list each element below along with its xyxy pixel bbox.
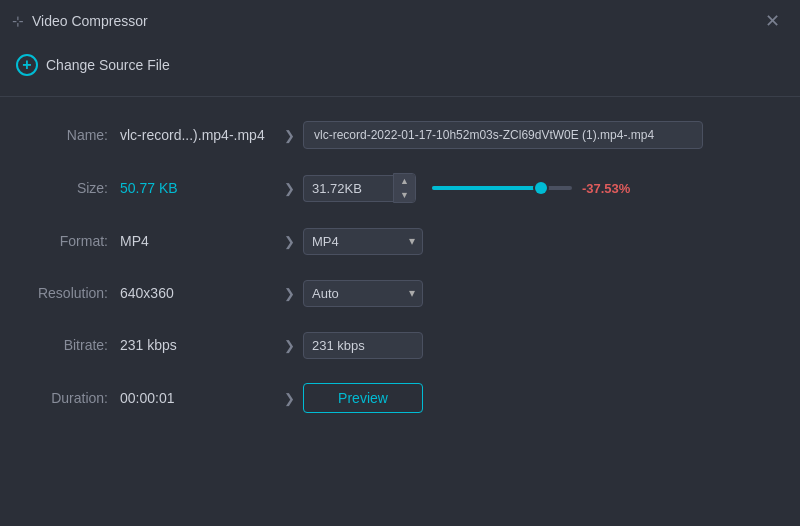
resolution-arrow-button[interactable]: ❯ <box>275 279 303 307</box>
change-source-button[interactable]: + Change Source File <box>16 50 170 80</box>
size-input-wrap: ▲ ▼ <box>303 173 416 203</box>
name-arrow-button[interactable]: ❯ <box>275 121 303 149</box>
name-label: Name: <box>30 127 120 143</box>
size-input[interactable] <box>303 175 393 202</box>
size-spinner: ▲ ▼ <box>393 173 416 203</box>
size-arrow-button[interactable]: ❯ <box>275 174 303 202</box>
format-select-wrap: MP4 MOV AVI MKV WMV <box>303 228 423 255</box>
bitrate-source-value: 231 kbps <box>120 337 275 353</box>
resolution-label: Resolution: <box>30 285 120 301</box>
name-row: Name: vlc-record...).mp4-.mp4 ❯ vlc-reco… <box>30 121 770 149</box>
name-target-container: vlc-record-2022-01-17-10h52m03s-ZCl69dVt… <box>303 121 770 149</box>
duration-label: Duration: <box>30 390 120 406</box>
resolution-source-value: 640x360 <box>120 285 275 301</box>
title-bar: ⊹ Video Compressor ✕ <box>0 0 800 40</box>
bitrate-arrow-button[interactable]: ❯ <box>275 331 303 359</box>
preview-button[interactable]: Preview <box>303 383 423 413</box>
format-label: Format: <box>30 233 120 249</box>
format-arrow-button[interactable]: ❯ <box>275 227 303 255</box>
name-target-value: vlc-record-2022-01-17-10h52m03s-ZCl69dVt… <box>303 121 703 149</box>
size-percentage: -37.53% <box>582 181 630 196</box>
resolution-row: Resolution: 640x360 ❯ Auto 1920x1080 128… <box>30 279 770 307</box>
duration-row: Duration: 00:00:01 ❯ Preview <box>30 383 770 413</box>
resolution-select-wrap: Auto 1920x1080 1280x720 640x360 320x240 <box>303 280 423 307</box>
size-increment-button[interactable]: ▲ <box>394 174 415 188</box>
title-bar-left: ⊹ Video Compressor <box>12 13 148 29</box>
size-slider-wrap: -37.53% <box>432 181 630 196</box>
size-slider-track <box>432 186 572 190</box>
bitrate-label: Bitrate: <box>30 337 120 353</box>
close-button[interactable]: ✕ <box>761 10 784 32</box>
size-source-value: 50.77 KB <box>120 180 275 196</box>
content-area: Name: vlc-record...).mp4-.mp4 ❯ vlc-reco… <box>0 97 800 461</box>
size-row: Size: 50.77 KB ❯ ▲ ▼ -37.53% <box>30 173 770 203</box>
app-title: Video Compressor <box>32 13 148 29</box>
toolbar: + Change Source File <box>0 40 800 97</box>
format-source-value: MP4 <box>120 233 275 249</box>
drag-icon: ⊹ <box>12 13 24 29</box>
bitrate-input[interactable] <box>303 332 423 359</box>
duration-arrow-button[interactable]: ❯ <box>275 384 303 412</box>
duration-source-value: 00:00:01 <box>120 390 275 406</box>
change-source-label: Change Source File <box>46 57 170 73</box>
size-decrement-button[interactable]: ▼ <box>394 188 415 202</box>
resolution-select[interactable]: Auto 1920x1080 1280x720 640x360 320x240 <box>303 280 423 307</box>
format-select[interactable]: MP4 MOV AVI MKV WMV <box>303 228 423 255</box>
size-slider-thumb[interactable] <box>535 182 547 194</box>
size-label: Size: <box>30 180 120 196</box>
size-slider-fill <box>432 186 541 190</box>
plus-circle-icon: + <box>16 54 38 76</box>
bitrate-row: Bitrate: 231 kbps ❯ <box>30 331 770 359</box>
format-row: Format: MP4 ❯ MP4 MOV AVI MKV WMV <box>30 227 770 255</box>
name-source-value: vlc-record...).mp4-.mp4 <box>120 127 275 143</box>
